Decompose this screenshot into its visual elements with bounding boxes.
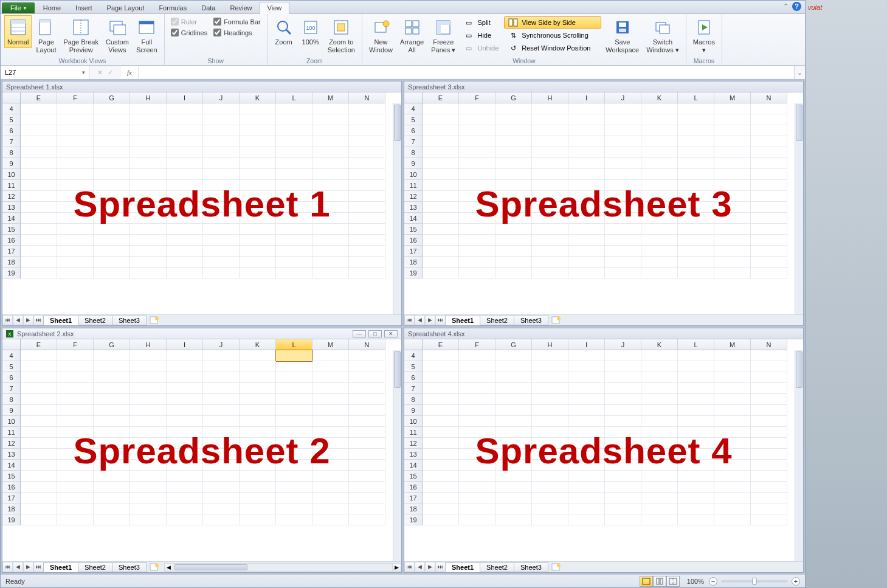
cell[interactable] <box>714 224 751 235</box>
vertical-scrollbar[interactable] <box>795 350 803 561</box>
cell[interactable] <box>459 471 495 482</box>
cell[interactable] <box>240 361 276 372</box>
cell[interactable] <box>532 180 568 191</box>
cell[interactable] <box>568 125 605 136</box>
normal-view-button[interactable]: Normal <box>4 15 32 48</box>
row-header[interactable]: 17 <box>404 246 423 257</box>
cell[interactable] <box>751 257 787 268</box>
cell[interactable] <box>94 114 130 125</box>
cell[interactable] <box>568 169 605 180</box>
cell[interactable] <box>751 268 787 278</box>
cell[interactable] <box>678 103 714 114</box>
cell[interactable] <box>349 394 385 405</box>
cell[interactable] <box>240 246 276 257</box>
cell[interactable] <box>276 180 312 191</box>
cell[interactable] <box>714 361 751 372</box>
arrange-all-button[interactable]: ArrangeAll <box>397 15 427 55</box>
cell[interactable] <box>21 482 57 493</box>
cell[interactable] <box>276 416 312 427</box>
cell[interactable] <box>167 361 203 372</box>
cell[interactable] <box>276 350 312 361</box>
cell[interactable] <box>568 136 605 147</box>
cell[interactable] <box>240 191 276 202</box>
cell[interactable] <box>641 514 678 525</box>
cell[interactable] <box>57 268 94 278</box>
cell[interactable] <box>57 125 94 136</box>
cell[interactable] <box>423 180 459 191</box>
cell[interactable] <box>203 235 240 246</box>
column-header[interactable]: L <box>276 92 312 103</box>
cell[interactable] <box>605 514 641 525</box>
row-header[interactable]: 17 <box>2 493 21 503</box>
cell[interactable] <box>459 147 495 158</box>
cell[interactable] <box>605 394 641 405</box>
cell[interactable] <box>130 438 167 449</box>
cell[interactable] <box>203 169 240 180</box>
cell[interactable] <box>532 235 568 246</box>
cell[interactable] <box>57 136 94 147</box>
cell[interactable] <box>57 503 94 514</box>
cell[interactable] <box>751 416 787 427</box>
row-header[interactable]: 14 <box>404 213 423 224</box>
split-button[interactable]: ▭Split <box>460 16 503 29</box>
cell[interactable] <box>94 416 130 427</box>
cell[interactable] <box>641 224 678 235</box>
cell[interactable] <box>167 246 203 257</box>
cell[interactable] <box>751 449 787 460</box>
sheet-tab[interactable]: Sheet3 <box>514 562 548 572</box>
cell[interactable] <box>641 449 678 460</box>
cell[interactable] <box>532 147 568 158</box>
row-header[interactable]: 10 <box>404 416 423 427</box>
cell[interactable] <box>714 405 751 416</box>
sheet-tab[interactable]: Sheet1 <box>43 316 78 325</box>
new-sheet-button[interactable] <box>550 562 562 572</box>
tab-formulas[interactable]: Formulas <box>151 2 194 13</box>
cell[interactable] <box>678 372 714 383</box>
cell[interactable] <box>21 257 57 268</box>
cell[interactable] <box>459 268 495 278</box>
cell[interactable] <box>167 169 203 180</box>
cell[interactable] <box>94 103 130 114</box>
hscroll-right[interactable]: ▶ <box>392 564 401 571</box>
cell[interactable] <box>312 471 349 482</box>
cell[interactable] <box>21 202 57 213</box>
cell[interactable] <box>605 503 641 514</box>
cell[interactable] <box>605 482 641 493</box>
page-layout-button[interactable]: PageLayout <box>33 15 59 55</box>
cell[interactable] <box>240 493 276 503</box>
cell[interactable] <box>423 246 459 257</box>
scroll-thumb[interactable] <box>394 351 401 388</box>
cell[interactable] <box>349 147 385 158</box>
cell[interactable] <box>495 514 532 525</box>
cell[interactable] <box>714 180 751 191</box>
cell[interactable] <box>459 114 495 125</box>
cell[interactable] <box>678 493 714 503</box>
row-header[interactable]: 15 <box>2 471 21 482</box>
column-header[interactable]: I <box>568 92 605 103</box>
cell[interactable] <box>276 405 312 416</box>
cell[interactable] <box>94 257 130 268</box>
cell[interactable] <box>751 361 787 372</box>
cell[interactable] <box>130 246 167 257</box>
cell[interactable] <box>21 125 57 136</box>
cell[interactable] <box>532 503 568 514</box>
cell[interactable] <box>94 449 130 460</box>
cell[interactable] <box>203 394 240 405</box>
zoom-100-button[interactable]: 100 100% <box>298 15 323 48</box>
cell[interactable] <box>21 372 57 383</box>
close-window-button[interactable]: ✕ <box>384 330 398 337</box>
sheet-tab[interactable]: Sheet2 <box>480 316 514 325</box>
cell[interactable] <box>641 136 678 147</box>
cell[interactable] <box>605 136 641 147</box>
cell[interactable] <box>276 147 312 158</box>
row-header[interactable]: 8 <box>404 394 423 405</box>
cell[interactable] <box>240 503 276 514</box>
cell[interactable] <box>532 493 568 503</box>
cell[interactable] <box>751 394 787 405</box>
tab-nav-first[interactable]: ⏮ <box>2 315 13 325</box>
cell[interactable] <box>678 438 714 449</box>
row-header[interactable]: 4 <box>2 350 21 361</box>
cell[interactable] <box>678 503 714 514</box>
vertical-scrollbar[interactable] <box>795 103 803 314</box>
cell[interactable] <box>130 493 167 503</box>
